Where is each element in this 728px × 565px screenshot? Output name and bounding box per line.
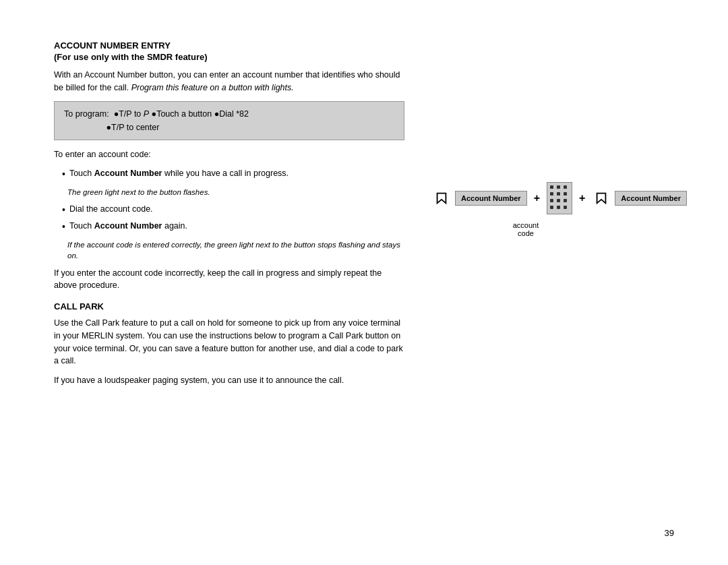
phone-icon-2 (592, 189, 611, 208)
account-number-italic: Program this feature on a button with li… (131, 83, 294, 92)
keypad-dot (550, 206, 553, 209)
program-box-line1: To program: ●T/P to P ●Touch a button ●D… (64, 109, 249, 119)
bullet-item-2: • Dial the account code. (62, 203, 413, 217)
enter-account-text: To enter an account code: (54, 148, 404, 161)
keypad-dot (550, 192, 553, 196)
keypad-dot (564, 192, 567, 196)
bullet-dot-3: • (62, 220, 65, 234)
keypad-dot (550, 199, 553, 202)
keypad-dot (557, 192, 560, 196)
page-number: 39 (665, 528, 674, 538)
bullet-dot-1: • (62, 167, 65, 181)
account-number-entry-subtitle: (For use only with the SMDR feature) (54, 52, 674, 62)
bullet-text-3: Touch Account Number again. (69, 220, 187, 233)
bullet-list: • Touch Account Number while you have a … (62, 167, 413, 181)
keypad-grid (547, 182, 572, 214)
bullet-item-3: • Touch Account Number again. (62, 220, 413, 234)
plus-sign-2: + (579, 192, 585, 204)
keypad-dot (564, 185, 567, 189)
bullet-text-1: Touch Account Number while you have a ca… (69, 167, 289, 180)
bullet-list-2: • Dial the account code. • Touch Account… (62, 203, 413, 234)
account-number-entry-title: ACCOUNT NUMBER ENTRY (54, 40, 674, 51)
keypad-dot (557, 206, 560, 209)
bullet-dot-2: • (62, 203, 65, 217)
call-park-body-1: Use the Call Park feature to put a call … (54, 317, 404, 367)
account-code-label: accountcode (513, 221, 539, 237)
diagram-row: Account Number + + Account Number (432, 182, 687, 214)
program-box: To program: ●T/P to P ●Touch a button ●D… (54, 101, 404, 140)
bullet-text-2: Dial the account code. (69, 203, 153, 216)
plus-sign-1: + (534, 192, 540, 204)
diagram-area: Account Number + + Account Number (418, 182, 701, 237)
keypad-dot (564, 206, 567, 209)
svg-marker-0 (437, 194, 446, 204)
call-park-title: CALL PARK (54, 301, 674, 311)
note-1: The green light next to the button flash… (67, 187, 404, 198)
call-park-body-2: If you have a loudspeaker paging system,… (54, 374, 404, 387)
account-number-button-2: Account Number (615, 191, 687, 206)
account-number-button-1: Account Number (455, 191, 527, 206)
bullet-item-1: • Touch Account Number while you have a … (62, 167, 413, 181)
svg-marker-1 (597, 194, 606, 204)
incorrect-text: If you enter the account code incorrectl… (54, 267, 404, 293)
keypad-dot (557, 185, 560, 189)
program-box-line2: ●T/P to center (64, 123, 159, 132)
keypad-dot (557, 199, 560, 202)
phone-icon-1 (432, 189, 451, 208)
note-2: If the account code is entered correctly… (67, 239, 404, 261)
keypad-dot (550, 185, 553, 189)
keypad-dot (564, 199, 567, 202)
account-number-body: With an Account Number button, you can e… (54, 69, 404, 94)
